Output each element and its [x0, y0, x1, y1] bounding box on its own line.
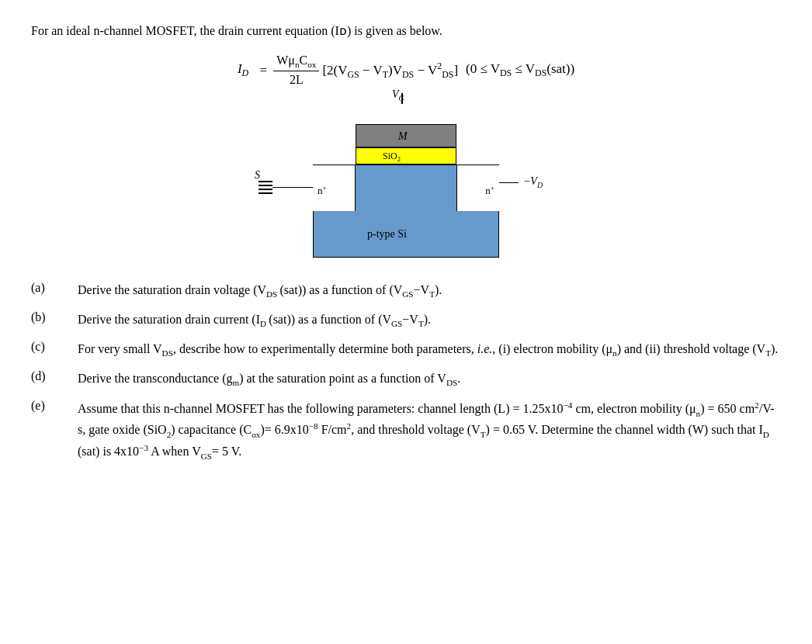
sio2-label: SiO2 [383, 151, 401, 163]
question-d-label: (d) [31, 369, 78, 390]
source-symbol [259, 181, 272, 194]
questions: (a) Derive the saturation drain voltage … [31, 281, 781, 462]
vd-line [499, 182, 519, 184]
question-b-text: Derive the saturation drain current (ID … [78, 310, 781, 331]
question-b-label: (b) [31, 310, 78, 331]
n-plus-right-label: n+ [485, 184, 494, 197]
eq-numerator: WμnCox [273, 54, 319, 71]
eq-lhs: ID [238, 61, 248, 79]
eq-bracket: [2(VGS − VT)VDS − V2DS] [322, 61, 458, 81]
question-a: (a) Derive the saturation drain voltage … [31, 281, 781, 301]
equation-block: ID = WμnCox 2L [2(VGS − VT)VDS − V2DS] (… [31, 54, 781, 87]
question-d: (d) Derive the transconductance (gm) at … [31, 369, 781, 390]
question-e: (e) Assume that this n-channel MOSFET ha… [31, 399, 781, 462]
question-a-label: (a) [31, 281, 78, 301]
question-c-text: For very small VDS, describe how to expe… [78, 340, 781, 360]
vg-line [401, 93, 403, 104]
question-e-label: (e) [31, 399, 78, 462]
question-c-label: (c) [31, 340, 78, 360]
mosfet-diagram: VG M SiO2 n+ n+ p-type Si S −VD [31, 102, 781, 258]
question-b: (b) Derive the saturation drain current … [31, 310, 781, 331]
intro-text: For an ideal n-channel MOSFET, the drain… [31, 23, 781, 38]
question-c: (c) For very small VDS, describe how to … [31, 340, 781, 360]
metal-label: M [398, 130, 408, 143]
sio2-layer [356, 147, 456, 164]
ptype-label: p-type Si [367, 228, 407, 241]
diagram-container: VG M SiO2 n+ n+ p-type Si S −VD [297, 102, 515, 258]
eq-denominator: 2L [286, 71, 307, 87]
vd-label: −VD [523, 175, 543, 189]
eq-condition: (0 ≤ VDS ≤ VDS(sat)) [466, 61, 574, 79]
source-line-h [272, 187, 313, 189]
eq-fraction: WμnCox 2L [273, 54, 319, 87]
n-plus-left-label: n+ [318, 184, 327, 197]
vs-label: S [255, 169, 260, 182]
eq-equals: = [256, 63, 270, 78]
question-a-text: Derive the saturation drain voltage (VDS… [78, 281, 781, 301]
question-d-text: Derive the transconductance (gm) at the … [78, 369, 781, 390]
question-e-text: Assume that this n-channel MOSFET has th… [78, 399, 781, 462]
